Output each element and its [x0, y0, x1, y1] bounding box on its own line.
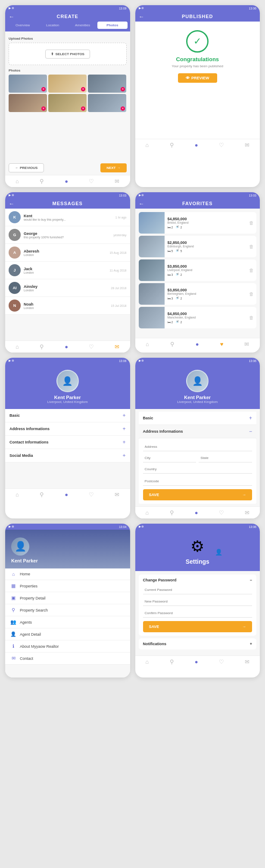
- drawer-item-agents[interactable]: 👥 Agents: [5, 616, 130, 628]
- delete-photo-5[interactable]: ✕: [81, 106, 85, 111]
- chat-nav-msg[interactable]: ✉: [115, 343, 119, 350]
- delete-photo-3[interactable]: ✕: [121, 87, 125, 91]
- country-input[interactable]: [143, 465, 253, 474]
- published-screen: ▶ ⊕ 13:06 ← PUBLISHED ✓ Congratulations …: [135, 5, 260, 187]
- postcode-input[interactable]: [143, 477, 253, 486]
- message-item-george[interactable]: G George this property 100% furnished? y…: [5, 226, 130, 244]
- save-password-button[interactable]: SAVE →: [143, 621, 253, 632]
- chat-nav-icon[interactable]: ✉: [115, 178, 119, 184]
- msg-back-arrow-icon[interactable]: ←: [9, 200, 15, 207]
- favorite-item-4[interactable]: $3,850,000 Birmingham, England 🛏 3 🚿 2 🗑: [139, 283, 257, 305]
- trash-icon-2[interactable]: 🗑: [249, 244, 254, 249]
- search-nav-exp[interactable]: ⚲: [170, 509, 174, 516]
- favorite-item-2[interactable]: $2,850,000 Edinburgh, England 🛏 5 🚿 5 🗑: [139, 236, 257, 257]
- home-nav-exp[interactable]: ⌂: [146, 509, 149, 516]
- tab-location[interactable]: Location: [37, 22, 67, 29]
- next-button[interactable]: NEXT →: [100, 163, 126, 172]
- accordion-exp-address[interactable]: Address Informations −: [139, 425, 257, 438]
- chat-nav-icon-pub[interactable]: ✉: [245, 142, 249, 148]
- home-nav-profile[interactable]: ⌂: [16, 491, 19, 498]
- heart-nav-exp[interactable]: ♡: [219, 509, 224, 516]
- upload-box[interactable]: ⬆ SELECT PHOTOS: [9, 43, 127, 65]
- current-password-input[interactable]: [143, 586, 253, 594]
- heart-nav-msg[interactable]: ♡: [89, 343, 94, 350]
- state-input[interactable]: [199, 454, 252, 462]
- drawer-item-agent-detail[interactable]: 👤 Agent Detail: [5, 628, 130, 640]
- trash-icon-1[interactable]: 🗑: [249, 220, 254, 225]
- search-nav-settings[interactable]: ⚲: [170, 659, 174, 665]
- heart-nav-icon[interactable]: ♡: [89, 178, 94, 184]
- accordion-exp-basic[interactable]: Basic +: [139, 412, 257, 425]
- chat-nav-exp[interactable]: ✉: [245, 509, 249, 516]
- address-input[interactable]: [143, 443, 253, 451]
- profile-nav-msg[interactable]: ●: [65, 343, 68, 350]
- favorite-item-1[interactable]: $4,850,000 Bristol, England 🛏 2 🚿 2 🗑: [139, 212, 257, 234]
- message-item-ainsley[interactable]: AI Ainsley London 28 Jul 2018: [5, 279, 130, 297]
- message-item-aberesh[interactable]: A Aberesh London 15 Aug 2018: [5, 244, 130, 262]
- tab-amenities[interactable]: Amenities: [68, 22, 97, 29]
- drawer-item-home[interactable]: ⌂ Home: [5, 568, 130, 580]
- search-nav-msg[interactable]: ⚲: [40, 343, 44, 350]
- messages-bottom-nav: ⌂ ⚲ ● ♡ ✉: [5, 340, 130, 353]
- confirm-password-input[interactable]: [143, 609, 253, 618]
- delete-photo-6[interactable]: ✕: [121, 106, 125, 111]
- change-password-header[interactable]: Change Password −: [143, 578, 253, 582]
- delete-photo-2[interactable]: ✕: [81, 87, 85, 91]
- trash-icon-3[interactable]: 🗑: [249, 268, 254, 273]
- msg-text-kent: would like to buy this property...: [24, 218, 112, 221]
- drawer-item-contact[interactable]: ✉ Contact: [5, 653, 130, 665]
- profile-nav-exp[interactable]: ●: [195, 509, 198, 516]
- preview-button[interactable]: 👁 PREVIEW: [178, 73, 217, 83]
- profile-nav-profile[interactable]: ●: [65, 491, 68, 498]
- accordion-basic[interactable]: Basic +: [5, 409, 130, 422]
- search-nav-icon-pub[interactable]: ⚲: [170, 142, 174, 148]
- delete-photo-4[interactable]: ✕: [41, 106, 46, 111]
- drawer-item-properties[interactable]: ▦ Properties: [5, 580, 130, 592]
- accordion-social[interactable]: Social Media +: [5, 449, 130, 462]
- drawer-item-about[interactable]: ℹ About Myyaow Realtor: [5, 640, 130, 653]
- city-input[interactable]: [143, 454, 196, 462]
- chat-nav-profile[interactable]: ✉: [115, 491, 119, 498]
- message-item-noah[interactable]: N Noah London 15 Jul 2018: [5, 297, 130, 315]
- favorite-item-5[interactable]: $4,850,000 Manchester, England 🛏 2 🚿 2 🗑: [139, 307, 257, 328]
- back-arrow-icon[interactable]: ←: [9, 13, 15, 20]
- home-nav-settings[interactable]: ⌂: [146, 659, 149, 665]
- heart-nav-fav[interactable]: ♥: [220, 341, 224, 347]
- profile-nav-fav[interactable]: ●: [196, 341, 199, 347]
- heart-nav-profile[interactable]: ♡: [89, 491, 94, 498]
- search-nav-fav[interactable]: ⚲: [170, 341, 175, 347]
- drawer-item-property-search[interactable]: ⚲ Property Search: [5, 604, 130, 616]
- delete-photo-1[interactable]: ✕: [41, 87, 46, 91]
- profile-nav-icon-pub[interactable]: ●: [195, 142, 198, 148]
- tab-overview[interactable]: Overview: [8, 22, 37, 29]
- home-nav-icon[interactable]: ⌂: [16, 178, 19, 184]
- fav-back-arrow-icon[interactable]: ←: [139, 200, 145, 207]
- accordion-contact[interactable]: Contact Informations +: [5, 436, 130, 449]
- profile-nav-settings[interactable]: ●: [195, 659, 198, 665]
- favorite-item-3[interactable]: $3,850,000 Liverpool, England 🛏 3 🚿 2 🗑: [139, 259, 257, 281]
- search-nav-icon[interactable]: ⚲: [40, 178, 44, 184]
- heart-nav-settings[interactable]: ♡: [219, 659, 224, 665]
- search-nav-profile[interactable]: ⚲: [40, 491, 44, 498]
- select-photos-button[interactable]: ⬆ SELECT PHOTOS: [45, 50, 90, 59]
- home-nav-msg[interactable]: ⌂: [16, 343, 19, 350]
- chat-nav-fav[interactable]: ✉: [244, 341, 249, 347]
- new-password-input[interactable]: [143, 597, 253, 606]
- home-nav-fav[interactable]: ⌂: [146, 341, 149, 347]
- trash-icon-5[interactable]: 🗑: [249, 315, 254, 320]
- home-nav-icon-pub[interactable]: ⌂: [146, 142, 149, 148]
- message-item-kent[interactable]: K Kent would like to buy this property..…: [5, 209, 130, 226]
- message-item-jack[interactable]: J Jack London 11 Aug 2018: [5, 262, 130, 279]
- heart-nav-icon-pub[interactable]: ♡: [219, 142, 224, 148]
- notifications-header[interactable]: Notifications +: [143, 642, 253, 646]
- save-address-button[interactable]: SAVE →: [143, 489, 253, 500]
- trash-icon-4[interactable]: 🗑: [249, 291, 254, 297]
- accordion-address[interactable]: Address Informations +: [5, 422, 130, 436]
- published-spacer: [135, 87, 260, 139]
- tab-photos[interactable]: Photos: [97, 22, 127, 29]
- profile-nav-icon[interactable]: ●: [65, 178, 68, 184]
- chat-nav-settings[interactable]: ✉: [245, 659, 249, 665]
- pub-back-arrow-icon[interactable]: ←: [139, 13, 145, 20]
- previous-button[interactable]: ← PREVIOUS: [9, 163, 44, 172]
- drawer-item-property-detail[interactable]: ▣ Property Detail: [5, 592, 130, 604]
